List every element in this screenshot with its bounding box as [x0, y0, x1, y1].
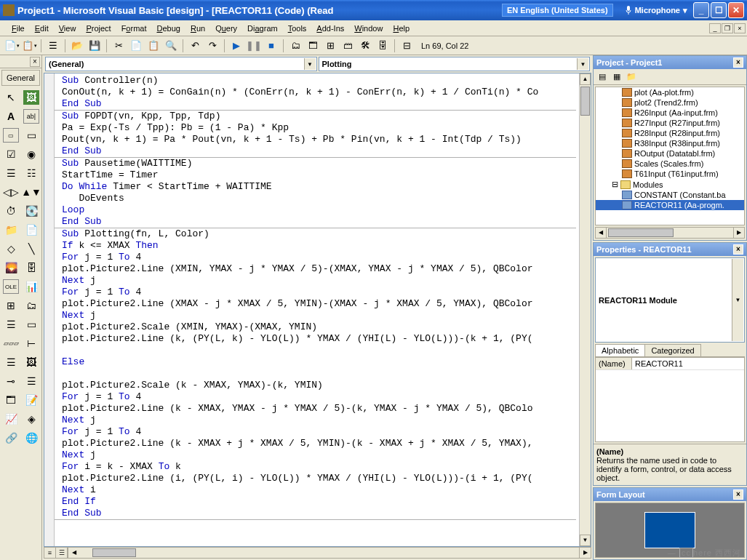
menu-file[interactable]: File	[7, 23, 29, 34]
tab-categorized[interactable]: Categorized	[644, 344, 700, 356]
form-layout-button[interactable]: ⊞	[323, 39, 337, 53]
paste-button[interactable]: 📋	[146, 39, 161, 53]
properties-grid[interactable]: (Name)REACTOR11	[595, 357, 745, 442]
form-thumbnail[interactable]	[644, 512, 695, 548]
slider-tool[interactable]: ⊸	[3, 374, 19, 388]
fullmodule-view-button[interactable]: ☰	[56, 548, 68, 558]
shape-tool[interactable]: ◇	[3, 241, 19, 256]
menu-query[interactable]: Query	[211, 23, 241, 34]
imagecombo-tool[interactable]: ☰	[23, 374, 39, 388]
redo-button[interactable]: ↷	[205, 39, 220, 53]
menu-project[interactable]: Project	[81, 23, 115, 34]
object-browser-button[interactable]: 🗃	[340, 39, 355, 53]
mdi-minimize-button[interactable]: _	[709, 23, 721, 33]
data-tool[interactable]: 🗄	[23, 260, 39, 275]
vscrollbar-tool[interactable]: ▲▼	[23, 185, 39, 199]
menu-addins[interactable]: Add-Ins	[312, 23, 348, 34]
pointer-tool[interactable]: ↖	[3, 90, 19, 105]
dirlistbox-tool[interactable]: 📁	[3, 223, 19, 237]
winsock-tool[interactable]: 🔗	[3, 431, 19, 445]
save-button[interactable]: 💾	[87, 39, 102, 53]
menu-tools[interactable]: Tools	[284, 23, 311, 34]
statusbar-tool[interactable]: ▭	[23, 317, 39, 332]
filelistbox-tool[interactable]: 📄	[23, 223, 39, 237]
project-hscrollbar[interactable]: ◀▶	[595, 227, 745, 239]
crystal-tool[interactable]: ◈	[23, 412, 39, 426]
menu-debug[interactable]: Debug	[152, 23, 184, 34]
toolbox-button[interactable]: 🛠	[358, 39, 372, 53]
grid-tool[interactable]: ⊞	[3, 298, 19, 313]
maximize-button[interactable]: ☐	[711, 2, 727, 18]
combobox-tool[interactable]: ☰	[3, 166, 19, 180]
toggle-folders-button[interactable]: 📁	[626, 71, 637, 83]
mdi-restore-button[interactable]: ❐	[722, 23, 733, 33]
inet-tool[interactable]: 🌐	[23, 431, 39, 445]
tabstrip-tool[interactable]: 🗂	[23, 298, 39, 313]
properties-object-combo[interactable]: REACTOR11 Module▼	[595, 257, 745, 343]
undo-button[interactable]: ↶	[188, 39, 202, 53]
chart-tool[interactable]: 📊	[23, 279, 39, 294]
menu-diagram[interactable]: Diagram	[243, 23, 282, 34]
procedure-combobox[interactable]: Plotting▼	[319, 57, 591, 71]
checkbox-tool[interactable]: ☑	[3, 147, 19, 161]
chart2-tool[interactable]: 📈	[3, 412, 19, 426]
image-tool[interactable]: 🌄	[3, 260, 19, 275]
line-tool[interactable]: ╲	[23, 241, 39, 256]
pause-button[interactable]: ❚❚	[247, 39, 261, 53]
vertical-scrollbar[interactable]: ▲ ▼	[579, 73, 591, 546]
ole-tool[interactable]: OLE	[3, 279, 19, 294]
label-tool[interactable]: A	[3, 109, 19, 124]
add-form-button[interactable]: 📋	[22, 39, 36, 53]
open-button[interactable]: 📂	[70, 39, 84, 53]
properties-button[interactable]: 🗔	[305, 39, 320, 53]
listbox-tool[interactable]: ☷	[23, 166, 39, 180]
menu-window[interactable]: Window	[350, 23, 387, 34]
treeview-tool[interactable]: ⊢	[23, 336, 39, 351]
tab-alphabetic[interactable]: Alphabetic	[595, 344, 645, 356]
optionbutton-tool[interactable]: ◉	[23, 147, 39, 161]
add-project-button[interactable]: 📄	[4, 39, 19, 53]
properties-close-button[interactable]: ×	[733, 244, 743, 255]
project-explorer-button[interactable]: 🗂	[288, 39, 303, 53]
mdi-close-button[interactable]: ×	[734, 23, 746, 33]
view-code-button[interactable]: ▤	[596, 71, 608, 83]
run-button[interactable]: ▶	[229, 39, 244, 53]
frame-tool[interactable]: ▭	[3, 128, 19, 143]
menu-format[interactable]: Format	[117, 23, 151, 34]
language-indicator[interactable]: EN English (United States)	[502, 4, 613, 17]
toolbox-tab-general[interactable]: General	[1, 70, 40, 86]
menu-edit[interactable]: Edit	[31, 23, 53, 34]
menu-view[interactable]: View	[55, 23, 81, 34]
menu-run[interactable]: Run	[186, 23, 209, 34]
textbox-tool[interactable]: ab|	[23, 109, 39, 124]
microphone-button[interactable]: Microphone ▾	[620, 4, 692, 17]
toolbar-tool[interactable]: ☰	[3, 317, 19, 332]
find-button[interactable]: 🔍	[164, 39, 178, 53]
data-window-button[interactable]: 🗄	[375, 39, 390, 53]
object-combobox[interactable]: (General)▼	[45, 57, 317, 71]
horizontal-scrollbar[interactable]: ≡ ☰ ◀ ▶	[44, 547, 591, 559]
picturebox-tool[interactable]: 🖼	[23, 90, 39, 105]
menu-editor-button[interactable]: ☰	[46, 39, 60, 53]
commandbutton-tool[interactable]: ▭	[23, 128, 39, 143]
minimize-button[interactable]: _	[693, 2, 709, 18]
view-object-button[interactable]: ▦	[611, 71, 623, 83]
project-tree[interactable]: plot (Aa-plot.frm) plot2 (Trend2.frm) R2…	[595, 87, 745, 225]
close-button[interactable]: ✕	[728, 2, 744, 18]
project-close-button[interactable]: ×	[733, 57, 743, 68]
formlayout-close-button[interactable]: ×	[733, 489, 743, 500]
component-button[interactable]: ⊟	[399, 39, 414, 53]
timer-tool[interactable]: ⏱	[3, 204, 19, 218]
imagelist-tool[interactable]: 🖼	[23, 355, 39, 369]
cut-button[interactable]: ✂	[111, 39, 126, 53]
stop-button[interactable]: ■	[264, 39, 279, 53]
hscrollbar-tool[interactable]: ◁▷	[3, 185, 19, 199]
code-editor[interactable]: Sub Controller(n) ConOut(n, k + 1) = Con…	[44, 73, 591, 547]
listview-tool[interactable]: ☰	[3, 355, 19, 369]
copy-button[interactable]: 📄	[129, 39, 143, 53]
progressbar-tool[interactable]: ▱▱▱	[3, 336, 19, 351]
richtextbox-tool[interactable]: 📝	[23, 393, 39, 407]
menu-help[interactable]: Help	[388, 23, 414, 34]
procedure-view-button[interactable]: ≡	[44, 548, 56, 558]
toolbox-close-button[interactable]: ×	[30, 57, 40, 67]
